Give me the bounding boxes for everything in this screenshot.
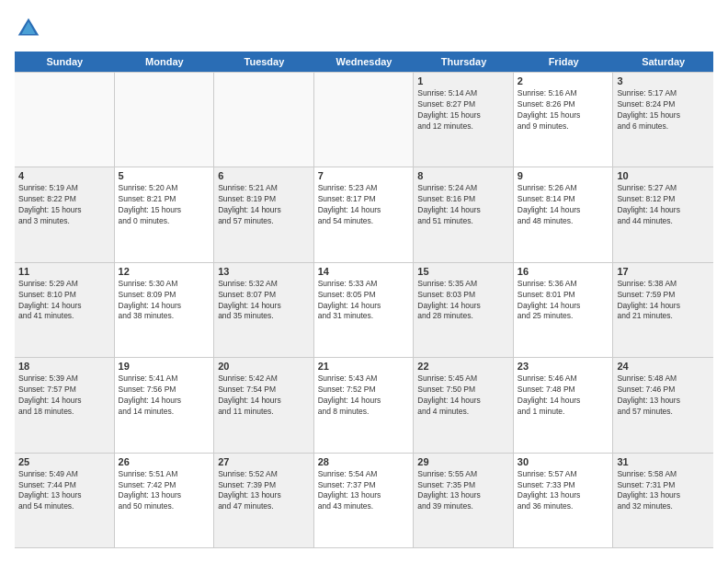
day-info: Sunrise: 5:51 AMSunset: 7:42 PMDaylight:… bbox=[119, 469, 210, 513]
day-cell-11: 11Sunrise: 5:29 AMSunset: 8:10 PMDayligh… bbox=[15, 263, 115, 357]
calendar-row-4: 18Sunrise: 5:39 AMSunset: 7:57 PMDayligh… bbox=[15, 358, 713, 453]
day-cell-24: 24Sunrise: 5:48 AMSunset: 7:46 PMDayligh… bbox=[613, 358, 713, 452]
day-info: Sunrise: 5:41 AMSunset: 7:56 PMDaylight:… bbox=[119, 373, 210, 418]
day-cell-6: 6Sunrise: 5:21 AMSunset: 8:19 PMDaylight… bbox=[214, 167, 314, 261]
calendar-row-3: 11Sunrise: 5:29 AMSunset: 8:10 PMDayligh… bbox=[15, 263, 713, 358]
day-info: Sunrise: 5:43 AMSunset: 7:52 PMDaylight:… bbox=[318, 373, 410, 418]
day-cell-13: 13Sunrise: 5:32 AMSunset: 8:07 PMDayligh… bbox=[214, 263, 314, 357]
day-info: Sunrise: 5:42 AMSunset: 7:54 PMDaylight:… bbox=[218, 373, 310, 418]
day-number: 15 bbox=[417, 266, 509, 277]
day-cell-28: 28Sunrise: 5:54 AMSunset: 7:37 PMDayligh… bbox=[314, 454, 415, 547]
day-number: 9 bbox=[518, 170, 609, 181]
day-info: Sunrise: 5:20 AMSunset: 8:21 PMDaylight:… bbox=[119, 183, 210, 227]
page: SundayMondayTuesdayWednesdayThursdayFrid… bbox=[0, 0, 728, 563]
day-cell-5: 5Sunrise: 5:20 AMSunset: 8:21 PMDaylight… bbox=[115, 167, 215, 261]
calendar-row-2: 4Sunrise: 5:19 AMSunset: 8:22 PMDaylight… bbox=[15, 167, 713, 262]
day-cell-16: 16Sunrise: 5:36 AMSunset: 8:01 PMDayligh… bbox=[514, 263, 614, 357]
day-info: Sunrise: 5:21 AMSunset: 8:19 PMDaylight:… bbox=[218, 183, 310, 227]
day-cell-25: 25Sunrise: 5:49 AMSunset: 7:44 PMDayligh… bbox=[15, 454, 115, 547]
day-cell-8: 8Sunrise: 5:24 AMSunset: 8:16 PMDaylight… bbox=[414, 167, 514, 261]
empty-cell bbox=[314, 73, 415, 167]
day-info: Sunrise: 5:45 AMSunset: 7:50 PMDaylight:… bbox=[417, 373, 509, 418]
header-day-monday: Monday bbox=[115, 52, 215, 72]
day-number: 24 bbox=[617, 361, 710, 372]
day-cell-15: 15Sunrise: 5:35 AMSunset: 8:03 PMDayligh… bbox=[414, 263, 514, 357]
calendar: SundayMondayTuesdayWednesdayThursdayFrid… bbox=[15, 52, 713, 548]
day-info: Sunrise: 5:35 AMSunset: 8:03 PMDaylight:… bbox=[417, 279, 509, 323]
day-cell-27: 27Sunrise: 5:52 AMSunset: 7:39 PMDayligh… bbox=[214, 454, 314, 547]
day-info: Sunrise: 5:23 AMSunset: 8:17 PMDaylight:… bbox=[318, 183, 410, 227]
day-cell-20: 20Sunrise: 5:42 AMSunset: 7:54 PMDayligh… bbox=[214, 358, 314, 452]
day-cell-10: 10Sunrise: 5:27 AMSunset: 8:12 PMDayligh… bbox=[613, 167, 713, 261]
day-cell-7: 7Sunrise: 5:23 AMSunset: 8:17 PMDaylight… bbox=[314, 167, 415, 261]
day-cell-1: 1Sunrise: 5:14 AMSunset: 8:27 PMDaylight… bbox=[414, 73, 514, 167]
day-info: Sunrise: 5:58 AMSunset: 7:31 PMDaylight:… bbox=[617, 469, 710, 513]
day-cell-23: 23Sunrise: 5:46 AMSunset: 7:48 PMDayligh… bbox=[514, 358, 614, 452]
day-number: 6 bbox=[218, 170, 310, 181]
calendar-row-5: 25Sunrise: 5:49 AMSunset: 7:44 PMDayligh… bbox=[15, 454, 713, 548]
day-cell-30: 30Sunrise: 5:57 AMSunset: 7:33 PMDayligh… bbox=[514, 454, 614, 547]
day-info: Sunrise: 5:27 AMSunset: 8:12 PMDaylight:… bbox=[617, 183, 710, 227]
day-info: Sunrise: 5:19 AMSunset: 8:22 PMDaylight:… bbox=[18, 183, 110, 227]
day-number: 7 bbox=[318, 170, 410, 181]
day-info: Sunrise: 5:48 AMSunset: 7:46 PMDaylight:… bbox=[617, 373, 710, 418]
day-info: Sunrise: 5:54 AMSunset: 7:37 PMDaylight:… bbox=[318, 469, 410, 513]
empty-cell bbox=[15, 73, 115, 167]
day-cell-12: 12Sunrise: 5:30 AMSunset: 8:09 PMDayligh… bbox=[115, 263, 215, 357]
day-number: 21 bbox=[318, 361, 410, 372]
empty-cell bbox=[115, 73, 215, 167]
day-cell-3: 3Sunrise: 5:17 AMSunset: 8:24 PMDaylight… bbox=[613, 73, 713, 167]
day-cell-22: 22Sunrise: 5:45 AMSunset: 7:50 PMDayligh… bbox=[414, 358, 514, 452]
day-number: 28 bbox=[318, 456, 410, 467]
header-day-saturday: Saturday bbox=[613, 52, 713, 72]
day-number: 25 bbox=[18, 456, 110, 467]
day-info: Sunrise: 5:55 AMSunset: 7:35 PMDaylight:… bbox=[417, 469, 509, 513]
day-info: Sunrise: 5:26 AMSunset: 8:14 PMDaylight:… bbox=[518, 183, 609, 227]
day-number: 22 bbox=[417, 361, 509, 372]
day-info: Sunrise: 5:32 AMSunset: 8:07 PMDaylight:… bbox=[218, 279, 310, 323]
day-cell-29: 29Sunrise: 5:55 AMSunset: 7:35 PMDayligh… bbox=[414, 454, 514, 547]
header-day-friday: Friday bbox=[514, 52, 614, 72]
header bbox=[15, 15, 713, 42]
day-number: 23 bbox=[518, 361, 609, 372]
day-info: Sunrise: 5:30 AMSunset: 8:09 PMDaylight:… bbox=[119, 279, 210, 323]
calendar-body: 1Sunrise: 5:14 AMSunset: 8:27 PMDaylight… bbox=[15, 72, 713, 548]
day-cell-17: 17Sunrise: 5:38 AMSunset: 7:59 PMDayligh… bbox=[613, 263, 713, 357]
day-info: Sunrise: 5:16 AMSunset: 8:26 PMDaylight:… bbox=[518, 88, 609, 132]
calendar-header: SundayMondayTuesdayWednesdayThursdayFrid… bbox=[15, 52, 713, 72]
header-day-sunday: Sunday bbox=[15, 52, 115, 72]
header-day-thursday: Thursday bbox=[414, 52, 514, 72]
day-cell-26: 26Sunrise: 5:51 AMSunset: 7:42 PMDayligh… bbox=[115, 454, 215, 547]
day-number: 16 bbox=[518, 266, 609, 277]
day-number: 20 bbox=[218, 361, 310, 372]
day-cell-2: 2Sunrise: 5:16 AMSunset: 8:26 PMDaylight… bbox=[514, 73, 614, 167]
day-cell-14: 14Sunrise: 5:33 AMSunset: 8:05 PMDayligh… bbox=[314, 263, 415, 357]
day-number: 10 bbox=[617, 170, 710, 181]
day-number: 19 bbox=[119, 361, 210, 372]
day-info: Sunrise: 5:17 AMSunset: 8:24 PMDaylight:… bbox=[617, 88, 710, 132]
day-info: Sunrise: 5:38 AMSunset: 7:59 PMDaylight:… bbox=[617, 279, 710, 323]
day-number: 2 bbox=[518, 75, 609, 86]
day-number: 13 bbox=[218, 266, 310, 277]
calendar-row-1: 1Sunrise: 5:14 AMSunset: 8:27 PMDaylight… bbox=[15, 72, 713, 167]
day-info: Sunrise: 5:49 AMSunset: 7:44 PMDaylight:… bbox=[18, 469, 110, 513]
day-info: Sunrise: 5:52 AMSunset: 7:39 PMDaylight:… bbox=[218, 469, 310, 513]
day-number: 18 bbox=[18, 361, 110, 372]
day-number: 14 bbox=[318, 266, 410, 277]
day-number: 29 bbox=[417, 456, 509, 467]
day-info: Sunrise: 5:24 AMSunset: 8:16 PMDaylight:… bbox=[417, 183, 509, 227]
day-cell-21: 21Sunrise: 5:43 AMSunset: 7:52 PMDayligh… bbox=[314, 358, 415, 452]
logo bbox=[15, 15, 46, 42]
day-number: 17 bbox=[617, 266, 710, 277]
day-cell-4: 4Sunrise: 5:19 AMSunset: 8:22 PMDaylight… bbox=[15, 167, 115, 261]
day-cell-9: 9Sunrise: 5:26 AMSunset: 8:14 PMDaylight… bbox=[514, 167, 614, 261]
day-number: 5 bbox=[119, 170, 210, 181]
header-day-tuesday: Tuesday bbox=[214, 52, 314, 72]
day-info: Sunrise: 5:33 AMSunset: 8:05 PMDaylight:… bbox=[318, 279, 410, 323]
day-number: 1 bbox=[417, 75, 509, 86]
logo-icon bbox=[15, 15, 42, 42]
day-number: 27 bbox=[218, 456, 310, 467]
day-number: 30 bbox=[518, 456, 609, 467]
day-info: Sunrise: 5:36 AMSunset: 8:01 PMDaylight:… bbox=[518, 279, 609, 323]
day-info: Sunrise: 5:46 AMSunset: 7:48 PMDaylight:… bbox=[518, 373, 609, 418]
